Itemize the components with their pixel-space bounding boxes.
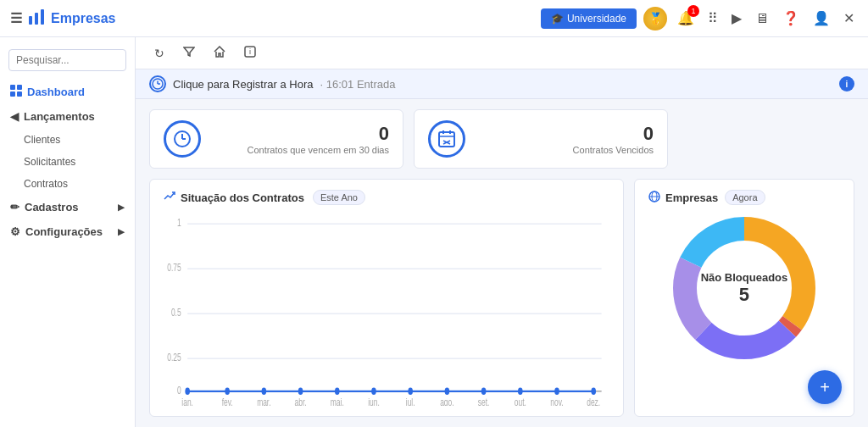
line-chart-tag: Este Ano bbox=[313, 190, 365, 205]
svg-point-36 bbox=[335, 388, 340, 396]
top-header: ☰ Empresas 🎓 Universidade 🥇 🔔 1 ⠿ ▶ 🖥 ❓ … bbox=[0, 0, 868, 37]
svg-rect-15 bbox=[439, 132, 454, 147]
sidebar-item-cadastros[interactable]: ✏ Cadastros ▶ bbox=[0, 195, 135, 219]
svg-text:mar.: mar. bbox=[257, 396, 270, 406]
donut-header: Empresas Agora bbox=[648, 190, 840, 205]
line-chart-header: Situação dos Contratos Este Ano bbox=[164, 190, 609, 205]
menu-icon[interactable]: ☰ bbox=[10, 10, 22, 26]
stat-info-expired: 0 Contratos Vencidos bbox=[477, 123, 654, 155]
logo-icon bbox=[27, 8, 46, 30]
svg-point-38 bbox=[408, 388, 413, 396]
main-layout: Dashboard ◀ Lançamentos Clientes Solicit… bbox=[0, 37, 868, 427]
svg-rect-5 bbox=[10, 92, 15, 97]
svg-point-41 bbox=[518, 388, 523, 396]
line-chart-title: Situação dos Contratos bbox=[164, 191, 304, 205]
content-area: ↻ i Clique para Registrar a Hora · 16:01… bbox=[136, 37, 868, 427]
line-chart-body: 1 0.75 0.5 0.25 0 bbox=[164, 212, 609, 406]
donut-tag: Agora bbox=[725, 190, 765, 205]
svg-text:set.: set. bbox=[478, 396, 490, 406]
svg-point-33 bbox=[225, 388, 230, 396]
svg-point-35 bbox=[298, 388, 303, 396]
expired-label: Contratos Vencidos bbox=[573, 145, 654, 155]
svg-text:ago.: ago. bbox=[440, 396, 453, 406]
globe-icon bbox=[648, 191, 660, 205]
svg-point-39 bbox=[445, 388, 450, 396]
notification-button[interactable]: 🔔 1 bbox=[674, 7, 698, 30]
svg-text:out.: out. bbox=[515, 396, 526, 406]
chevron-configuracoes-icon: ▶ bbox=[118, 227, 125, 236]
expired-number: 0 bbox=[643, 123, 654, 145]
svg-rect-1 bbox=[35, 13, 38, 25]
trend-icon bbox=[164, 191, 175, 205]
sidebar-item-solicitantes[interactable]: Solicitantes bbox=[0, 151, 135, 173]
grid-button[interactable]: ⠿ bbox=[704, 7, 721, 30]
donut-center-value: 5 bbox=[701, 284, 788, 306]
sidebar-item-configuracoes[interactable]: ⚙ Configurações ▶ bbox=[0, 219, 135, 244]
time-info-icon: i bbox=[839, 76, 854, 92]
donut-center-label: Não Bloqueados bbox=[701, 271, 788, 284]
refresh-button[interactable]: ↻ bbox=[149, 43, 170, 64]
line-chart-section: Situação dos Contratos Este Ano 1 bbox=[149, 179, 624, 417]
svg-text:mai.: mai. bbox=[331, 396, 344, 406]
svg-rect-2 bbox=[41, 9, 44, 25]
svg-point-32 bbox=[185, 388, 190, 396]
svg-point-42 bbox=[554, 388, 559, 396]
fab-add-button[interactable]: + bbox=[808, 370, 842, 404]
play-button[interactable]: ▶ bbox=[728, 7, 745, 30]
donut-container: Não Bloqueados 5 bbox=[668, 212, 821, 364]
svg-text:1: 1 bbox=[177, 216, 181, 228]
medal-icon: 🥇 bbox=[643, 7, 667, 30]
clock-icon bbox=[149, 75, 166, 92]
sidebar-item-lancamentos[interactable]: ◀ Lançamentos bbox=[0, 104, 135, 129]
filter-button[interactable] bbox=[178, 42, 200, 64]
svg-text:0.25: 0.25 bbox=[167, 351, 181, 363]
gear-icon: ⚙ bbox=[10, 225, 20, 238]
time-bar[interactable]: Clique para Registrar a Hora · 16:01 Ent… bbox=[136, 69, 868, 99]
university-icon: 🎓 bbox=[551, 13, 564, 25]
toolbar: ↻ i bbox=[136, 37, 868, 69]
line-chart-svg: 1 0.75 0.5 0.25 0 bbox=[164, 212, 609, 406]
svg-text:0.75: 0.75 bbox=[167, 261, 181, 273]
university-button[interactable]: 🎓 Universidade bbox=[541, 8, 637, 29]
app-title: Empresas bbox=[51, 11, 116, 26]
expiring-number: 0 bbox=[379, 123, 389, 145]
expiring-label: Contratos que vencem em 30 dias bbox=[247, 145, 389, 155]
help-button[interactable]: ❓ bbox=[779, 7, 803, 30]
time-click-text: Clique para Registrar a Hora bbox=[173, 78, 313, 91]
svg-rect-0 bbox=[29, 16, 32, 25]
chevron-cadastros-icon: ▶ bbox=[118, 202, 125, 212]
svg-text:i: i bbox=[249, 47, 251, 56]
svg-point-34 bbox=[262, 388, 267, 396]
monitor-button[interactable]: 🖥 bbox=[752, 8, 772, 30]
svg-text:dez.: dez. bbox=[587, 396, 600, 406]
svg-text:jul.: jul. bbox=[405, 396, 415, 406]
donut-chart-section: Empresas Agora bbox=[634, 179, 854, 417]
sidebar-item-contratos[interactable]: Contratos bbox=[0, 173, 135, 195]
sidebar-item-clientes[interactable]: Clientes bbox=[0, 129, 135, 151]
stat-info-expiring: 0 Contratos que vencem em 30 dias bbox=[213, 123, 389, 155]
home-button[interactable] bbox=[209, 42, 231, 64]
notification-badge: 1 bbox=[687, 5, 699, 17]
calendar-stat-icon bbox=[428, 120, 465, 158]
logo-area: ☰ Empresas bbox=[10, 8, 532, 30]
dashboard-icon bbox=[10, 85, 22, 99]
svg-point-40 bbox=[481, 388, 487, 396]
svg-rect-3 bbox=[10, 85, 15, 90]
svg-text:nov.: nov. bbox=[550, 396, 563, 406]
svg-text:jun.: jun. bbox=[367, 396, 379, 406]
svg-text:fev.: fev. bbox=[222, 396, 233, 406]
user-button[interactable]: 👤 bbox=[810, 7, 833, 30]
donut-title: Empresas bbox=[648, 191, 718, 205]
search-input[interactable] bbox=[8, 49, 126, 71]
stat-card-expired: 0 Contratos Vencidos bbox=[414, 109, 668, 169]
info-button[interactable]: i bbox=[239, 42, 261, 64]
sidebar-item-dashboard[interactable]: Dashboard bbox=[0, 76, 135, 104]
svg-text:jan.: jan. bbox=[181, 396, 193, 406]
close-button[interactable]: ✕ bbox=[840, 7, 858, 30]
stats-row: 0 Contratos que vencem em 30 dias 0 Cont… bbox=[136, 99, 868, 179]
edit-icon: ✏ bbox=[10, 201, 19, 214]
time-value: · 16:01 Entrada bbox=[320, 78, 395, 91]
stat-card-expiring: 0 Contratos que vencem em 30 dias bbox=[149, 109, 403, 169]
svg-rect-4 bbox=[17, 85, 22, 90]
header-right: 🎓 Universidade 🥇 🔔 1 ⠿ ▶ 🖥 ❓ 👤 ✕ bbox=[541, 7, 858, 30]
